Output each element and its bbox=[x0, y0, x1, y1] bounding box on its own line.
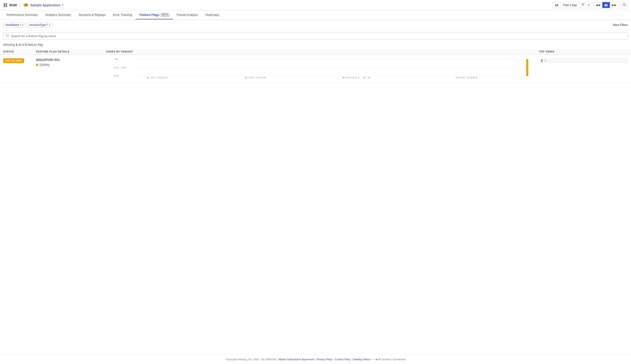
count-suffix: feature flag bbox=[27, 43, 43, 46]
top-views-path: / bbox=[545, 59, 546, 62]
svg-rect-0 bbox=[4, 4, 5, 5]
filter-chip-sessiontype[interactable]: sessionType * ▾ bbox=[27, 22, 52, 28]
search-input[interactable] bbox=[11, 34, 625, 38]
users-by-variant-chart: 1 0.5 0 12:00 18:00 Mon 11 06:00 bbox=[106, 58, 539, 79]
playback-forward-button[interactable]: ▶▶ bbox=[610, 2, 619, 8]
count-total: 1 bbox=[25, 43, 26, 46]
count-range: 1–1 bbox=[16, 43, 21, 46]
playback-back-button[interactable]: ◀◀ bbox=[594, 2, 602, 8]
rum-icon bbox=[3, 2, 8, 8]
time-label: Past 1 Day bbox=[561, 2, 579, 8]
count-middle: of bbox=[21, 43, 25, 46]
time-range-selector[interactable]: 1d Past 1 Day ▾ bbox=[552, 2, 591, 8]
beta-badge: BETA bbox=[161, 13, 169, 16]
row-flag-details-cell: default/hello-this (100%) bbox=[36, 58, 106, 66]
count-text: Showing 1–1 of 1 feature flag bbox=[0, 42, 631, 49]
time-1d-label: 1d bbox=[552, 2, 561, 8]
top-views-count: 2 bbox=[541, 59, 542, 62]
row-top-views-cell: 2 / bbox=[539, 58, 628, 63]
global-search-button[interactable] bbox=[621, 2, 628, 8]
rum-logo: RUM bbox=[3, 2, 17, 8]
more-filters-button[interactable]: More Filters bbox=[613, 23, 628, 26]
svg-text:12:00: 12:00 bbox=[146, 76, 168, 79]
chip-val-sessiontype: * bbox=[47, 23, 48, 26]
row-chart-cell: 1 0.5 0 12:00 18:00 Mon 11 06:00 bbox=[106, 58, 539, 79]
header-flag-details: FEATURE FLAG DETAILS bbox=[36, 50, 106, 53]
search-icon bbox=[6, 34, 9, 38]
filter-bar: viewName * ▾ sessionType * ▾ More Filter… bbox=[0, 20, 631, 30]
header-top-views: TOP VIEWS bbox=[539, 50, 628, 53]
svg-rect-1 bbox=[6, 4, 7, 5]
time-chevron-icon[interactable]: ▾ bbox=[586, 2, 591, 8]
chart-container: 1 0.5 0 12:00 18:00 Mon 11 06:00 bbox=[106, 58, 539, 79]
top-views-row: 2 / bbox=[539, 58, 628, 63]
chip-chevron-viewname[interactable]: ▾ bbox=[22, 24, 23, 26]
time-filter-icon[interactable] bbox=[579, 2, 586, 8]
app-name[interactable]: Sample Application bbox=[30, 3, 60, 7]
playback-pause-button[interactable]: ▮▮ bbox=[602, 2, 610, 8]
chip-val-viewname: * bbox=[20, 23, 21, 26]
svg-text:1: 1 bbox=[114, 58, 119, 60]
rum-label: RUM bbox=[9, 3, 17, 7]
tab-heatmaps[interactable]: Heatmaps bbox=[202, 11, 223, 19]
topbar: RUM | JS Sample Application ▾ 1d Past 1 … bbox=[0, 0, 631, 10]
variant-dot-icon bbox=[36, 64, 38, 66]
count-prefix: Showing bbox=[3, 43, 16, 46]
svg-text:0: 0 bbox=[114, 75, 119, 77]
tab-errors[interactable]: Error Tracking bbox=[110, 11, 136, 19]
tab-sessions[interactable]: Sessions & Replays bbox=[75, 11, 110, 19]
app-js-badge: JS bbox=[24, 4, 28, 6]
filter-chip-viewname[interactable]: viewName * ▾ bbox=[3, 22, 25, 28]
topbar-left: RUM | JS Sample Application ▾ bbox=[3, 2, 64, 8]
variant-label: (100%) bbox=[40, 63, 50, 66]
search-bar bbox=[0, 30, 631, 42]
svg-rect-3 bbox=[6, 5, 7, 7]
header-users-by-variant: USERS BY VARIANT bbox=[106, 50, 539, 53]
flag-name[interactable]: default/hello-this bbox=[36, 58, 106, 62]
svg-text:0.5: 0.5 bbox=[114, 66, 126, 69]
flag-variant: (100%) bbox=[36, 63, 106, 66]
tab-feature-flags[interactable]: Feature Flags BETA bbox=[136, 11, 173, 19]
tab-performance[interactable]: Performance Summary bbox=[3, 11, 42, 19]
separator: | bbox=[20, 2, 21, 8]
svg-text:18:00: 18:00 bbox=[244, 76, 266, 79]
row-status-cell: OUT TO 100% bbox=[3, 58, 36, 63]
status-badge: OUT TO 100% bbox=[3, 58, 24, 63]
feature-flags-tab-label: Feature Flags BETA bbox=[140, 13, 169, 16]
chip-key-viewname: viewName bbox=[5, 23, 19, 26]
tab-funnel[interactable]: Funnel Analysis bbox=[173, 11, 202, 19]
playback-controls: ◀◀ ▮▮ ▶▶ bbox=[593, 2, 619, 8]
chip-chevron-sessiontype[interactable]: ▾ bbox=[49, 24, 50, 26]
tab-analytics[interactable]: Analytics Summary bbox=[42, 11, 75, 19]
svg-text:06:00: 06:00 bbox=[455, 76, 478, 79]
search-input-wrap bbox=[3, 32, 628, 40]
svg-rect-2 bbox=[4, 5, 5, 7]
header-status: STATUS bbox=[3, 50, 36, 53]
filter-chips: viewName * ▾ sessionType * ▾ bbox=[3, 22, 52, 28]
app-chevron-icon[interactable]: ▾ bbox=[62, 4, 64, 6]
table-header: STATUS FEATURE FLAG DETAILS USERS BY VAR… bbox=[0, 49, 631, 54]
topbar-right: 1d Past 1 Day ▾ ◀◀ ▮▮ ▶▶ bbox=[552, 2, 628, 8]
table-row: OUT TO 100% default/hello-this (100%) 1 … bbox=[0, 54, 631, 82]
svg-text:Mon 11: Mon 11 bbox=[342, 76, 372, 79]
nav-tabs: Performance Summary Analytics Summary Se… bbox=[0, 10, 631, 20]
chip-key-sessiontype: sessionType bbox=[29, 23, 46, 26]
